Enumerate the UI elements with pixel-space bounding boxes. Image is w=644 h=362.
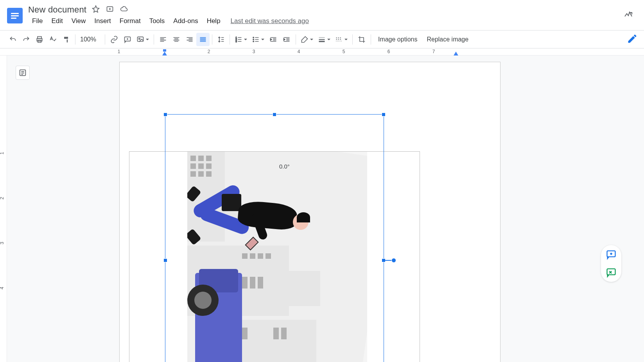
ruler-number: 3 [0,242,5,245]
ruler-number: 6 [387,49,390,54]
toolbar-right [627,33,638,46]
ruler-number: 4 [0,287,5,290]
resize-handle-nw[interactable] [163,113,167,116]
menu-edit[interactable]: Edit [47,16,66,26]
insert-link-button[interactable] [108,33,121,46]
rotation-readout: 0.0° [279,163,290,170]
add-comment-side-button[interactable] [606,249,617,260]
border-weight-button[interactable] [316,33,333,46]
replace-image-button[interactable]: Replace image [422,33,475,46]
cloud-saved-icon[interactable] [120,5,128,14]
border-dash-button[interactable] [333,33,350,46]
caret-down-icon [310,39,313,40]
editing-mode-button[interactable] [627,33,638,46]
workspace: 1 2 3 4 [0,56,644,362]
increase-indent-button[interactable] [280,33,293,46]
move-icon[interactable] [106,5,114,14]
insert-image-button[interactable] [134,33,151,46]
align-right-button[interactable] [183,33,196,46]
svg-point-11 [253,39,254,40]
bulleted-list-button[interactable] [249,33,267,46]
align-center-button[interactable] [170,33,183,46]
spellcheck-button[interactable] [46,33,59,46]
caret-down-icon [261,39,264,40]
horizontal-ruler[interactable]: 1 2 3 4 5 6 7 [0,48,644,56]
menu-file[interactable]: File [28,16,47,26]
svg-point-6 [139,38,140,39]
crop-button[interactable] [355,33,368,46]
ruler-number: 7 [432,49,435,54]
rotate-connector [384,260,392,261]
print-button[interactable] [33,33,46,46]
svg-point-10 [253,37,254,38]
image-selection-box[interactable] [165,114,384,362]
menu-help[interactable]: Help [203,16,224,26]
replace-image-label: Replace image [427,36,468,43]
docs-logo-icon[interactable] [7,8,23,23]
caret-down-icon [244,39,247,40]
decrease-indent-button[interactable] [267,33,280,46]
ruler-number: 3 [253,49,255,54]
menu-insert[interactable]: Insert [90,16,115,26]
menu-addons[interactable]: Add-ons [169,16,202,26]
resize-handle-n[interactable] [273,113,276,116]
image-options-button[interactable]: Image options [373,33,422,46]
left-indent-marker[interactable] [162,52,167,56]
last-edit-link[interactable]: Last edit was seconds ago [231,17,309,25]
menu-view[interactable]: View [68,16,90,26]
paint-format-button[interactable] [59,33,73,46]
title-area: New document File Edit View Insert Forma… [28,0,309,30]
title-icons [92,5,128,14]
star-icon[interactable] [92,5,100,14]
ruler-number: 4 [298,49,300,54]
caret-down-icon [146,39,149,40]
undo-button[interactable] [6,33,20,46]
document-title[interactable]: New document [28,5,86,15]
svg-point-12 [253,41,254,42]
header-right [624,0,644,30]
side-actions [601,245,621,282]
caret-down-icon [327,39,330,40]
menu-bar: File Edit View Insert Format Tools Add-o… [28,16,309,26]
document-outline-button[interactable] [16,66,30,80]
ruler-number: 2 [0,197,5,200]
ruler-number: 1 [0,152,5,155]
right-indent-marker[interactable] [454,52,458,56]
ruler-number: 2 [208,49,210,54]
ruler-number: 1 [118,49,120,54]
suggest-edits-side-button[interactable] [606,267,617,278]
menu-tools[interactable]: Tools [145,16,169,26]
menu-format[interactable]: Format [116,16,145,26]
line-spacing-button[interactable] [215,33,227,46]
numbered-list-button[interactable]: 123 [232,33,249,46]
svg-text:3: 3 [235,40,237,42]
title-row: New document [28,5,309,15]
zoom-select[interactable]: 100% [78,36,102,43]
rotate-handle[interactable] [391,258,396,263]
resize-handle-w[interactable] [163,258,167,262]
app-header: New document File Edit View Insert Forma… [0,0,644,30]
border-color-button[interactable] [298,33,316,46]
align-left-button[interactable] [156,33,170,46]
vertical-ruler[interactable]: 1 2 3 4 [0,56,7,362]
add-comment-button[interactable] [121,33,134,46]
activity-icon[interactable] [624,10,633,21]
redo-button[interactable] [20,33,33,46]
align-justify-button[interactable] [196,33,210,46]
resize-handle-ne[interactable] [382,113,386,116]
zoom-value: 100% [80,36,96,43]
caret-down-icon [344,39,348,40]
ruler-number: 5 [343,49,345,54]
toolbar: 100% 123 Image options Replace image [0,30,644,48]
document-page[interactable]: 0.0° [119,62,500,362]
